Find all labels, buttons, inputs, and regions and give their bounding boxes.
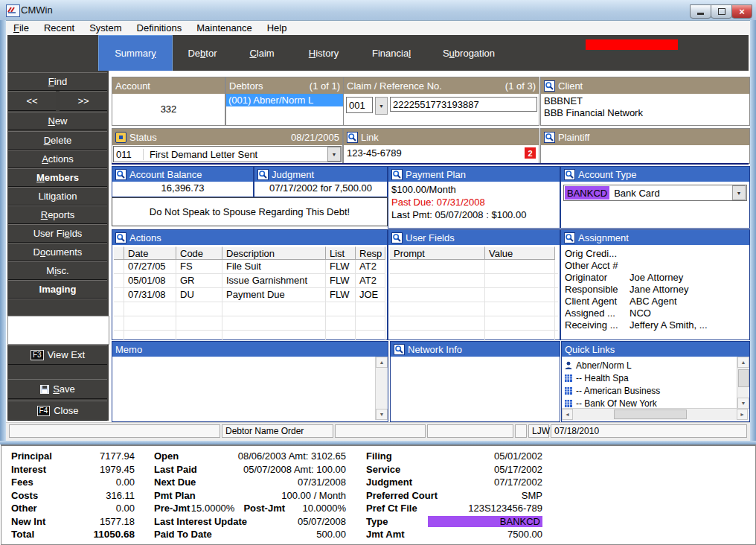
account-type-dropdown-arrow[interactable]: ▼	[732, 185, 746, 200]
sidebar-item-reports[interactable]: Reports	[8, 205, 107, 224]
tab-summary[interactable]: Summary	[98, 35, 173, 71]
sidebar-item-new[interactable]: New	[8, 112, 107, 130]
network-info-lookup-icon[interactable]	[394, 344, 405, 355]
sidebar-item-imaging[interactable]: Imaging	[8, 280, 107, 299]
memo-title: Memo	[115, 344, 142, 355]
title-bar[interactable]	[0, 0, 756, 21]
scroll-down-icon[interactable]: ▼	[737, 398, 749, 409]
sidebar-prev-button[interactable]: <<	[8, 91, 56, 111]
actions-table-row[interactable]: 05/01/08 GR Issue Garnishment FLW AT2	[114, 274, 385, 288]
payment-plan-lookup-icon[interactable]	[391, 169, 403, 180]
menu-file[interactable]: File	[6, 22, 36, 34]
sidebar-next-button[interactable]: >>	[60, 91, 107, 111]
user-fields-lookup-icon[interactable]	[391, 232, 403, 243]
view-ext-button[interactable]: F3 View Ext	[8, 345, 107, 365]
close-button[interactable]: ×	[731, 4, 752, 19]
actions-table-row[interactable]: 07/27/05 FS File Suit FLW AT2	[114, 260, 385, 274]
tab-financial[interactable]: Financial	[356, 35, 427, 71]
actions-col-description[interactable]: Description	[222, 246, 326, 260]
quick-link-item[interactable]: Abner/Norm L	[562, 359, 749, 372]
sidebar-item-delete[interactable]: Delete	[8, 131, 107, 150]
status-panel: Status 08/21/2005 011 First Demand Lette…	[112, 128, 343, 164]
scroll-up-icon[interactable]: ▲	[376, 357, 388, 368]
menu-definitions[interactable]: Definitions	[129, 22, 190, 34]
claim-seq-dropdown-arrow[interactable]: ▼	[375, 97, 388, 115]
menu-system[interactable]: System	[82, 22, 129, 34]
action-code: FS	[176, 260, 222, 273]
assignment-label: Originator	[565, 272, 630, 284]
assignment-value: Jane Attorney	[630, 284, 689, 296]
tab-debtor[interactable]: Debtor	[173, 35, 232, 71]
sidebar-item-members[interactable]: Members	[8, 168, 107, 187]
account-balance-lookup-icon[interactable]	[115, 169, 126, 180]
judgment-lookup-icon[interactable]	[257, 169, 269, 180]
action-date: 07/31/08	[124, 288, 176, 302]
actions-table-row[interactable]: 07/31/08 DU Payment Due FLW JOE	[114, 288, 385, 302]
user-fields-col-prompt[interactable]: Prompt	[390, 246, 485, 260]
action-description: Issue Garnishment	[222, 274, 326, 287]
claim-seq-combobox[interactable]: 001	[346, 97, 373, 113]
maximize-button[interactable]	[711, 4, 732, 19]
tab-history[interactable]: History	[292, 35, 356, 71]
payment-plan-last-payment: Last Pmt: 05/07/2008 : $100.00	[391, 208, 560, 221]
fin-value: 100.00 / Month	[281, 490, 346, 501]
sidebar-item-actions[interactable]: Actions	[8, 150, 107, 168]
scrollbar-thumb[interactable]	[738, 369, 749, 387]
financial-summary-panel: Principal7177.94 Interest1979.45 Fees0.0…	[1, 444, 756, 545]
claim-number-input[interactable]	[390, 97, 537, 112]
actions-col-list[interactable]: List	[326, 246, 356, 260]
sidebar-item-documents[interactable]: Documents	[8, 243, 107, 261]
sidebar-item-litigation[interactable]: Litigation	[8, 187, 107, 205]
menu-maintenance[interactable]: Maintenance	[189, 22, 259, 34]
client-lookup-icon[interactable]	[544, 80, 555, 92]
tab-claim[interactable]: Claim	[232, 35, 292, 71]
debtor-list-selected-item[interactable]: (001) Abner/Norm L	[226, 94, 343, 106]
account-panel: Account 332	[112, 77, 225, 126]
claim-panel-title: Claim / Reference No.	[347, 80, 442, 92]
maximize-icon	[718, 8, 725, 15]
link-lookup-icon[interactable]	[347, 132, 358, 143]
assignment-row: OriginatorJoe Attorney	[561, 272, 749, 284]
quick-links-title: Quick Links	[565, 344, 615, 355]
status-combobox[interactable]: 011 First Demand Letter Sent ▼	[113, 146, 342, 162]
user-fields-col-value[interactable]: Value	[485, 246, 555, 260]
menu-help[interactable]: Help	[260, 22, 295, 34]
sidebar-find-button[interactable]: Find	[8, 72, 107, 91]
scrollbar-thumb[interactable]	[614, 409, 687, 419]
actions-lookup-icon[interactable]	[115, 232, 126, 243]
actions-col-date[interactable]: Date	[124, 246, 176, 260]
plaintiff-panel: Plaintiff	[540, 128, 750, 164]
app-icon	[6, 4, 20, 17]
scroll-left-icon[interactable]: ◄	[562, 409, 573, 420]
quick-links-vscrollbar[interactable]: ▲ ▼	[737, 357, 749, 409]
quick-links-hscrollbar[interactable]: ◄ ►	[562, 408, 748, 420]
assignment-lookup-icon[interactable]	[564, 232, 575, 243]
scroll-up-icon[interactable]: ▲	[737, 357, 749, 368]
quick-link-item[interactable]: -- American Business	[562, 384, 749, 397]
person-icon	[564, 361, 573, 370]
account-type-combobox[interactable]: BANKCD Bank Card ▼	[563, 185, 747, 201]
scroll-right-icon[interactable]: ►	[737, 409, 748, 420]
account-type-lookup-icon[interactable]	[564, 169, 575, 180]
minimize-button[interactable]	[690, 4, 711, 19]
assignment-value: Jeffery A Smith, ...	[630, 319, 708, 331]
account-type-label: Bank Card	[610, 188, 659, 199]
status-dropdown-arrow[interactable]: ▼	[327, 147, 341, 162]
plaintiff-panel-title: Plaintiff	[558, 132, 589, 143]
scroll-down-icon[interactable]: ▼	[376, 409, 388, 420]
actions-title: Actions	[129, 232, 161, 243]
memo-textarea[interactable]: ▲ ▼	[112, 357, 388, 420]
sidebar-item-user-fields[interactable]: User Fields	[8, 224, 107, 243]
tab-subrogation[interactable]: Subrogation	[427, 35, 510, 71]
close-form-button[interactable]: F4 Close	[8, 401, 107, 421]
menu-recent[interactable]: Recent	[36, 22, 82, 34]
statusbar-date: 07/18/2010	[551, 424, 747, 438]
quick-link-item[interactable]: -- Health Spa	[562, 372, 749, 384]
fin-value: 10.0000%	[302, 503, 346, 514]
save-button[interactable]: Save	[8, 379, 107, 399]
plaintiff-lookup-icon[interactable]	[544, 132, 555, 143]
memo-scrollbar[interactable]: ▲ ▼	[375, 357, 388, 420]
actions-col-code[interactable]: Code	[176, 246, 222, 260]
actions-col-resp[interactable]: Resp	[356, 246, 385, 260]
sidebar-item-misc[interactable]: Misc.	[8, 261, 107, 280]
